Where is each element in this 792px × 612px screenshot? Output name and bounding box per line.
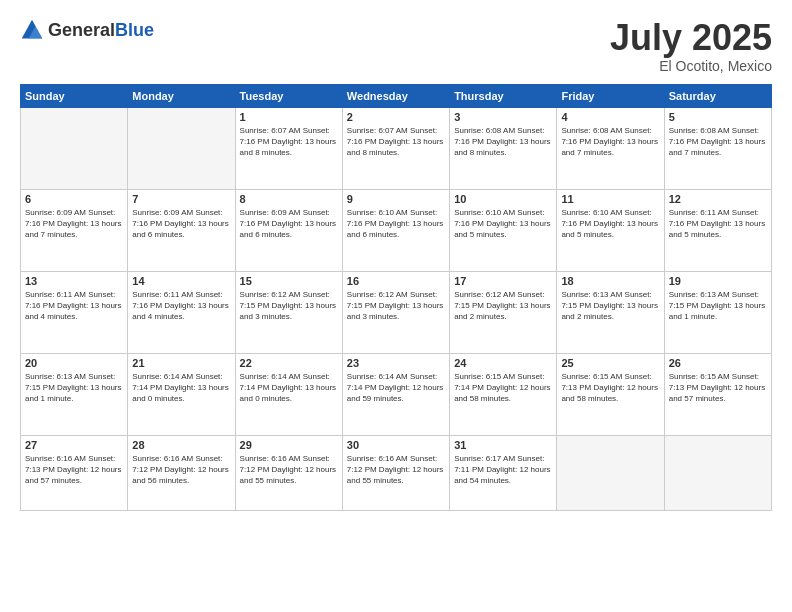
title-block: July 2025 El Ocotito, Mexico xyxy=(610,18,772,74)
day-info: Sunrise: 6:12 AM Sunset: 7:15 PM Dayligh… xyxy=(347,289,445,323)
calendar-cell xyxy=(128,107,235,189)
day-info: Sunrise: 6:15 AM Sunset: 7:13 PM Dayligh… xyxy=(561,371,659,405)
calendar-cell: 12Sunrise: 6:11 AM Sunset: 7:16 PM Dayli… xyxy=(664,189,771,271)
day-number: 1 xyxy=(240,111,338,123)
calendar-cell xyxy=(664,435,771,510)
day-number: 4 xyxy=(561,111,659,123)
calendar-week-row: 6Sunrise: 6:09 AM Sunset: 7:16 PM Daylig… xyxy=(21,189,772,271)
day-info: Sunrise: 6:11 AM Sunset: 7:16 PM Dayligh… xyxy=(132,289,230,323)
day-info: Sunrise: 6:16 AM Sunset: 7:12 PM Dayligh… xyxy=(240,453,338,487)
col-wednesday: Wednesday xyxy=(342,84,449,107)
day-number: 25 xyxy=(561,357,659,369)
calendar-cell: 4Sunrise: 6:08 AM Sunset: 7:16 PM Daylig… xyxy=(557,107,664,189)
day-number: 16 xyxy=(347,275,445,287)
calendar-cell: 5Sunrise: 6:08 AM Sunset: 7:16 PM Daylig… xyxy=(664,107,771,189)
header: GeneralBlue July 2025 El Ocotito, Mexico xyxy=(20,18,772,74)
day-info: Sunrise: 6:10 AM Sunset: 7:16 PM Dayligh… xyxy=(454,207,552,241)
page: GeneralBlue July 2025 El Ocotito, Mexico… xyxy=(0,0,792,612)
calendar-week-row: 27Sunrise: 6:16 AM Sunset: 7:13 PM Dayli… xyxy=(21,435,772,510)
calendar-cell: 13Sunrise: 6:11 AM Sunset: 7:16 PM Dayli… xyxy=(21,271,128,353)
day-info: Sunrise: 6:10 AM Sunset: 7:16 PM Dayligh… xyxy=(347,207,445,241)
logo: GeneralBlue xyxy=(20,18,154,42)
day-number: 15 xyxy=(240,275,338,287)
calendar-cell: 31Sunrise: 6:17 AM Sunset: 7:11 PM Dayli… xyxy=(450,435,557,510)
logo-blue: Blue xyxy=(115,20,154,40)
day-number: 13 xyxy=(25,275,123,287)
day-info: Sunrise: 6:07 AM Sunset: 7:16 PM Dayligh… xyxy=(240,125,338,159)
calendar-cell xyxy=(557,435,664,510)
day-info: Sunrise: 6:08 AM Sunset: 7:16 PM Dayligh… xyxy=(454,125,552,159)
day-number: 11 xyxy=(561,193,659,205)
calendar-cell: 23Sunrise: 6:14 AM Sunset: 7:14 PM Dayli… xyxy=(342,353,449,435)
col-saturday: Saturday xyxy=(664,84,771,107)
day-number: 23 xyxy=(347,357,445,369)
calendar: Sunday Monday Tuesday Wednesday Thursday… xyxy=(20,84,772,511)
calendar-header: Sunday Monday Tuesday Wednesday Thursday… xyxy=(21,84,772,107)
day-info: Sunrise: 6:16 AM Sunset: 7:13 PM Dayligh… xyxy=(25,453,123,487)
calendar-cell: 6Sunrise: 6:09 AM Sunset: 7:16 PM Daylig… xyxy=(21,189,128,271)
day-number: 18 xyxy=(561,275,659,287)
day-number: 26 xyxy=(669,357,767,369)
calendar-cell: 1Sunrise: 6:07 AM Sunset: 7:16 PM Daylig… xyxy=(235,107,342,189)
day-number: 9 xyxy=(347,193,445,205)
calendar-cell: 14Sunrise: 6:11 AM Sunset: 7:16 PM Dayli… xyxy=(128,271,235,353)
logo-icon xyxy=(20,18,44,42)
calendar-cell xyxy=(21,107,128,189)
subtitle: El Ocotito, Mexico xyxy=(610,58,772,74)
day-info: Sunrise: 6:11 AM Sunset: 7:16 PM Dayligh… xyxy=(669,207,767,241)
day-number: 24 xyxy=(454,357,552,369)
day-info: Sunrise: 6:08 AM Sunset: 7:16 PM Dayligh… xyxy=(561,125,659,159)
day-number: 6 xyxy=(25,193,123,205)
calendar-cell: 7Sunrise: 6:09 AM Sunset: 7:16 PM Daylig… xyxy=(128,189,235,271)
day-info: Sunrise: 6:16 AM Sunset: 7:12 PM Dayligh… xyxy=(347,453,445,487)
day-number: 14 xyxy=(132,275,230,287)
calendar-cell: 30Sunrise: 6:16 AM Sunset: 7:12 PM Dayli… xyxy=(342,435,449,510)
day-number: 8 xyxy=(240,193,338,205)
day-info: Sunrise: 6:09 AM Sunset: 7:16 PM Dayligh… xyxy=(25,207,123,241)
day-info: Sunrise: 6:07 AM Sunset: 7:16 PM Dayligh… xyxy=(347,125,445,159)
calendar-cell: 15Sunrise: 6:12 AM Sunset: 7:15 PM Dayli… xyxy=(235,271,342,353)
day-info: Sunrise: 6:14 AM Sunset: 7:14 PM Dayligh… xyxy=(132,371,230,405)
day-number: 19 xyxy=(669,275,767,287)
calendar-week-row: 1Sunrise: 6:07 AM Sunset: 7:16 PM Daylig… xyxy=(21,107,772,189)
logo-general: General xyxy=(48,20,115,40)
day-number: 28 xyxy=(132,439,230,451)
calendar-cell: 22Sunrise: 6:14 AM Sunset: 7:14 PM Dayli… xyxy=(235,353,342,435)
calendar-cell: 24Sunrise: 6:15 AM Sunset: 7:14 PM Dayli… xyxy=(450,353,557,435)
day-info: Sunrise: 6:09 AM Sunset: 7:16 PM Dayligh… xyxy=(240,207,338,241)
calendar-cell: 28Sunrise: 6:16 AM Sunset: 7:12 PM Dayli… xyxy=(128,435,235,510)
col-friday: Friday xyxy=(557,84,664,107)
col-tuesday: Tuesday xyxy=(235,84,342,107)
day-info: Sunrise: 6:14 AM Sunset: 7:14 PM Dayligh… xyxy=(347,371,445,405)
day-info: Sunrise: 6:17 AM Sunset: 7:11 PM Dayligh… xyxy=(454,453,552,487)
day-number: 10 xyxy=(454,193,552,205)
day-number: 7 xyxy=(132,193,230,205)
calendar-cell: 10Sunrise: 6:10 AM Sunset: 7:16 PM Dayli… xyxy=(450,189,557,271)
day-info: Sunrise: 6:12 AM Sunset: 7:15 PM Dayligh… xyxy=(454,289,552,323)
day-info: Sunrise: 6:11 AM Sunset: 7:16 PM Dayligh… xyxy=(25,289,123,323)
day-number: 22 xyxy=(240,357,338,369)
day-info: Sunrise: 6:08 AM Sunset: 7:16 PM Dayligh… xyxy=(669,125,767,159)
day-number: 21 xyxy=(132,357,230,369)
calendar-body: 1Sunrise: 6:07 AM Sunset: 7:16 PM Daylig… xyxy=(21,107,772,510)
day-info: Sunrise: 6:13 AM Sunset: 7:15 PM Dayligh… xyxy=(25,371,123,405)
header-row: Sunday Monday Tuesday Wednesday Thursday… xyxy=(21,84,772,107)
day-info: Sunrise: 6:10 AM Sunset: 7:16 PM Dayligh… xyxy=(561,207,659,241)
calendar-cell: 8Sunrise: 6:09 AM Sunset: 7:16 PM Daylig… xyxy=(235,189,342,271)
day-info: Sunrise: 6:13 AM Sunset: 7:15 PM Dayligh… xyxy=(669,289,767,323)
day-info: Sunrise: 6:13 AM Sunset: 7:15 PM Dayligh… xyxy=(561,289,659,323)
day-number: 12 xyxy=(669,193,767,205)
col-monday: Monday xyxy=(128,84,235,107)
calendar-cell: 9Sunrise: 6:10 AM Sunset: 7:16 PM Daylig… xyxy=(342,189,449,271)
day-number: 27 xyxy=(25,439,123,451)
calendar-cell: 26Sunrise: 6:15 AM Sunset: 7:13 PM Dayli… xyxy=(664,353,771,435)
calendar-cell: 25Sunrise: 6:15 AM Sunset: 7:13 PM Dayli… xyxy=(557,353,664,435)
day-info: Sunrise: 6:12 AM Sunset: 7:15 PM Dayligh… xyxy=(240,289,338,323)
day-number: 2 xyxy=(347,111,445,123)
calendar-cell: 17Sunrise: 6:12 AM Sunset: 7:15 PM Dayli… xyxy=(450,271,557,353)
day-number: 29 xyxy=(240,439,338,451)
calendar-cell: 11Sunrise: 6:10 AM Sunset: 7:16 PM Dayli… xyxy=(557,189,664,271)
day-number: 30 xyxy=(347,439,445,451)
calendar-cell: 20Sunrise: 6:13 AM Sunset: 7:15 PM Dayli… xyxy=(21,353,128,435)
calendar-cell: 3Sunrise: 6:08 AM Sunset: 7:16 PM Daylig… xyxy=(450,107,557,189)
